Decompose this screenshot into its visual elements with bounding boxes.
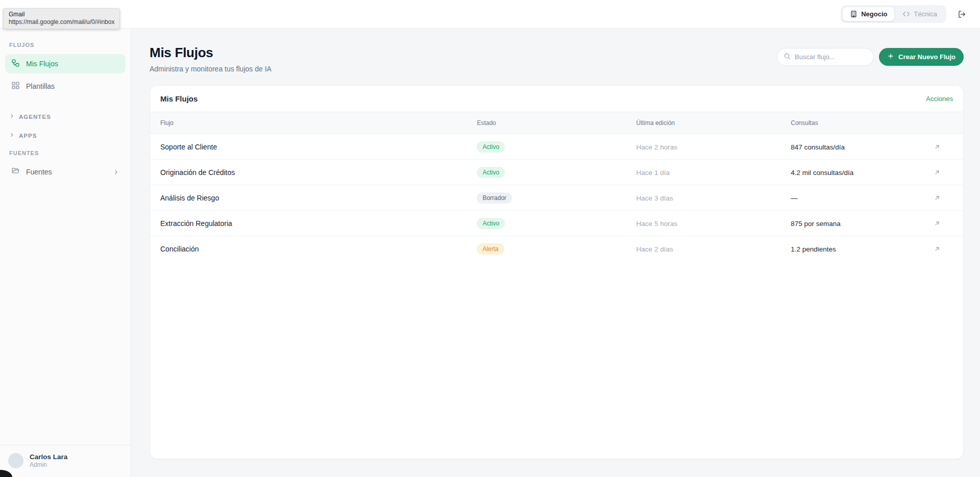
view-mode-toggle: Negocio Técnica: [841, 5, 946, 23]
consultas-value: 4.2 mil consultas/día: [791, 169, 853, 177]
search-input[interactable]: [795, 53, 867, 61]
avatar: [8, 453, 23, 468]
last-edited: Hace 1 día: [636, 169, 670, 177]
flow-name: Conciliación: [160, 245, 199, 253]
flow-name: Originación de Créditos: [160, 168, 235, 177]
topbar: l Negocio Técnica: [0, 0, 980, 29]
grid-icon: [11, 81, 20, 91]
sidebar-group-apps[interactable]: APPS: [5, 126, 126, 145]
chevron-right-icon: [9, 132, 15, 139]
sidebar-item-label: Mis Flujos: [26, 60, 58, 68]
open-flow-arrow-icon[interactable]: [932, 243, 943, 255]
last-edited: Hace 3 días: [636, 194, 673, 202]
building-icon: [850, 10, 857, 18]
open-flow-arrow-icon[interactable]: [932, 167, 943, 178]
user-role: Admin: [30, 461, 67, 469]
table-row[interactable]: Extracción Regulatoria Activo Hace 5 hor…: [150, 211, 963, 236]
table-header-row: Flujo Estado Última edición Consultas: [150, 112, 963, 134]
column-header-estado: Estado: [477, 112, 636, 134]
consultas-value: —: [791, 194, 798, 202]
page-title: Mis Flujos: [150, 45, 272, 61]
user-profile[interactable]: Carlos Lara Admin: [0, 445, 131, 477]
last-edited: Hace 2 días: [636, 245, 673, 253]
business-view-button[interactable]: Negocio: [842, 7, 895, 21]
flow-name: Soporte al Cliente: [160, 143, 217, 151]
last-edited: Hace 5 horas: [636, 220, 677, 228]
user-name: Carlos Lara: [30, 453, 67, 461]
technical-view-label: Técnica: [914, 10, 937, 18]
sidebar-group-label: AGENTES: [19, 114, 51, 120]
table-row[interactable]: Originación de Créditos Activo Hace 1 dí…: [150, 160, 963, 185]
tooltip-title: Gmail: [9, 11, 114, 18]
chevron-right-icon: [9, 113, 15, 120]
open-flow-arrow-icon[interactable]: [932, 192, 943, 204]
flow-name: Análisis de Riesgo: [160, 194, 219, 202]
card-title: Mis Flujos: [160, 94, 198, 103]
logout-icon[interactable]: [958, 10, 967, 19]
sidebar-item-mis-flujos[interactable]: Mis Flujos: [5, 54, 126, 73]
status-badge: Alerta: [477, 243, 504, 255]
last-edited: Hace 2 horas: [636, 143, 677, 151]
sidebar-item-fuentes[interactable]: Fuentes: [5, 162, 126, 182]
status-badge: Borrador: [477, 192, 512, 204]
code-icon: [902, 10, 910, 18]
flows-table: Flujo Estado Última edición Consultas So…: [150, 112, 963, 262]
workflow-icon: [11, 59, 20, 69]
search-box: [777, 48, 874, 66]
tooltip-url: https://mail.google.com/mail/u/0/#inbox: [9, 18, 114, 26]
status-badge: Activo: [477, 167, 505, 178]
consultas-value: 1.2 pendientes: [791, 245, 836, 253]
open-flow-arrow-icon[interactable]: [932, 218, 943, 229]
column-header-flujo: Flujo: [150, 112, 477, 134]
table-row[interactable]: Conciliación Alerta Hace 2 días 1.2 pend…: [150, 236, 963, 262]
search-icon: [783, 53, 791, 62]
create-flow-button[interactable]: Crear Nuevo Flujo: [879, 48, 964, 66]
chevron-right-icon: [113, 169, 119, 175]
section-label-fuentes: FUENTES: [5, 150, 126, 156]
create-flow-label: Crear Nuevo Flujo: [898, 53, 955, 61]
sidebar-item-plantillas[interactable]: Plantillas: [5, 77, 126, 96]
business-view-label: Negocio: [861, 10, 887, 18]
sidebar-group-label: APPS: [19, 133, 37, 139]
open-flow-arrow-icon[interactable]: [932, 141, 943, 153]
plus-icon: [887, 53, 894, 61]
flows-card: Mis Flujos Acciones Flujo Estado Última …: [150, 85, 964, 459]
page-subtitle: Administra y monitorea tus flujos de IA: [150, 65, 272, 73]
folder-open-icon: [11, 167, 20, 177]
section-label-flujos: FLUJOS: [5, 42, 126, 48]
consultas-value: 847 consultas/día: [791, 143, 845, 151]
column-header-ultima-edicion: Última edición: [636, 112, 791, 134]
link-tooltip: Gmail https://mail.google.com/mail/u/0/#…: [3, 8, 120, 29]
sidebar-item-label: Plantillas: [26, 82, 55, 90]
table-row[interactable]: Soporte al Cliente Activo Hace 2 horas 8…: [150, 134, 963, 160]
status-badge: Activo: [477, 141, 505, 153]
consultas-value: 875 por semana: [791, 220, 841, 228]
sidebar-item-label: Fuentes: [26, 168, 52, 176]
sidebar-group-agentes[interactable]: AGENTES: [5, 107, 126, 126]
actions-link[interactable]: Acciones: [926, 95, 953, 103]
status-badge: Activo: [477, 218, 505, 229]
sidebar: FLUJOS Mis Flujos Plantillas AGENTES AP: [0, 29, 131, 477]
technical-view-button[interactable]: Técnica: [895, 7, 945, 21]
table-row[interactable]: Análisis de Riesgo Borrador Hace 3 días …: [150, 185, 963, 211]
main-content: Mis Flujos Administra y monitorea tus fl…: [131, 29, 980, 477]
flow-name: Extracción Regulatoria: [160, 219, 232, 228]
column-header-consultas: Consultas: [791, 112, 932, 134]
